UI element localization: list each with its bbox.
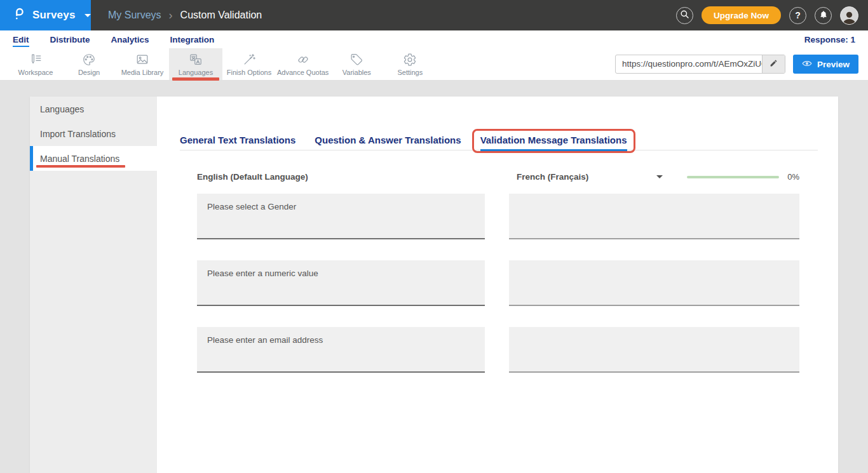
toolbar-design[interactable]: Design	[62, 48, 116, 80]
survey-nav-tabs: Edit Distribute Analytics Integration Re…	[0, 30, 868, 48]
source-text-numeric: Please enter a numeric value	[197, 260, 485, 306]
finish-options-icon	[242, 53, 256, 67]
workspace-icon	[29, 53, 43, 67]
pencil-icon	[770, 58, 778, 70]
translation-row: Please select a Gender	[197, 194, 799, 239]
tab-question-answer-translations[interactable]: Question & Answer Translations	[315, 129, 461, 145]
target-language-header: French (Français) 0%	[509, 172, 799, 182]
top-bar: Surveys My Surveys › Custom Validation U…	[0, 0, 868, 30]
design-icon	[82, 53, 96, 67]
toolbar-finish-options[interactable]: Finish Options	[222, 48, 276, 80]
tab-edit[interactable]: Edit	[13, 35, 29, 44]
toolbar-media-library[interactable]: Media Library	[116, 48, 169, 80]
settings-icon	[403, 53, 417, 67]
breadcrumb-current: Custom Validation	[180, 10, 262, 21]
languages-icon	[189, 53, 203, 67]
advance-quotas-icon	[296, 53, 310, 67]
header-actions: Upgrade Now ?	[676, 6, 868, 25]
breadcrumb-parent[interactable]: My Surveys	[108, 10, 161, 21]
tab-validation-message-translations[interactable]: Validation Message Translations	[480, 135, 627, 151]
sidebar-item-languages[interactable]: Languages	[30, 97, 157, 121]
translation-row: Please enter an email address	[197, 327, 799, 373]
edit-url-button[interactable]	[762, 55, 785, 73]
target-language-label: French (Français)	[517, 172, 588, 182]
search-icon	[680, 10, 689, 21]
tab-integration[interactable]: Integration	[170, 35, 215, 44]
breadcrumb-separator-icon: ›	[169, 10, 173, 21]
toolbar-languages[interactable]: Languages	[169, 48, 222, 80]
questionpro-logo-icon	[13, 6, 26, 24]
tab-general-text-translations[interactable]: General Text Translations	[180, 129, 295, 145]
question-mark-icon: ?	[795, 10, 801, 20]
translation-tabs: General Text Translations Question & Ans…	[180, 129, 818, 150]
source-language-label: English (Default Language)	[197, 172, 485, 182]
sidebar-item-manual-translations[interactable]: Manual Translations	[30, 146, 157, 171]
eye-icon	[802, 60, 812, 69]
source-text-gender: Please select a Gender	[197, 194, 485, 239]
chevron-down-icon	[656, 175, 663, 178]
upgrade-now-button[interactable]: Upgrade Now	[702, 6, 781, 24]
product-name: Surveys	[32, 9, 76, 22]
toolbar-settings[interactable]: Settings	[383, 48, 437, 80]
source-text-email: Please enter an email address	[197, 327, 485, 373]
help-button[interactable]: ?	[789, 7, 806, 24]
toolbar-workspace[interactable]: Workspace	[9, 48, 62, 80]
toolbar-advance-quotas[interactable]: Advance Quotas	[276, 48, 330, 80]
survey-url-input[interactable]: https://questionpro.com/t/AEmOxZiUGC	[616, 55, 762, 73]
tab-distribute[interactable]: Distribute	[50, 35, 90, 44]
preview-button[interactable]: Preview	[793, 55, 858, 74]
sidebar-item-import-translations[interactable]: Import Translations	[30, 121, 157, 146]
toolbar-right: https://questionpro.com/t/AEmOxZiUGC Pre…	[615, 48, 868, 80]
target-textarea-numeric[interactable]	[509, 260, 799, 306]
response-count: Response: 1	[804, 35, 855, 44]
breadcrumb: My Surveys › Custom Validation	[108, 10, 262, 21]
target-textarea-email[interactable]	[509, 327, 799, 373]
translation-progress-percent: 0%	[787, 172, 799, 182]
translations-content: General Text Translations Question & Ans…	[157, 97, 838, 473]
languages-sidebar: Languages Import Translations Manual Tra…	[30, 97, 157, 473]
edit-toolbar: Workspace Design Media Library	[0, 48, 868, 81]
language-header-row: English (Default Language) French (Franç…	[197, 172, 799, 182]
toolbar-variables[interactable]: Variables	[330, 48, 383, 80]
annotation-underline-manual-translations	[36, 165, 125, 168]
variables-icon	[349, 53, 363, 67]
languages-panel: Languages Import Translations Manual Tra…	[30, 97, 838, 473]
chevron-down-icon	[85, 14, 91, 17]
surveys-menu[interactable]: Surveys	[0, 0, 91, 30]
search-button[interactable]	[676, 7, 693, 24]
tab-analytics[interactable]: Analytics	[111, 35, 149, 44]
translation-row: Please enter a numeric value	[197, 260, 799, 306]
target-language-dropdown[interactable]: French (Français)	[509, 172, 663, 182]
annotation-highlight-box: Validation Message Translations	[472, 129, 635, 153]
notifications-button[interactable]	[815, 7, 832, 24]
translation-progress-bar	[687, 176, 779, 178]
target-textarea-gender[interactable]	[509, 194, 799, 239]
bell-icon	[819, 10, 828, 21]
survey-url-box: https://questionpro.com/t/AEmOxZiUGC	[615, 55, 785, 74]
media-library-icon	[135, 53, 149, 67]
user-avatar[interactable]	[840, 6, 858, 25]
main-area: Languages Import Translations Manual Tra…	[0, 81, 868, 473]
